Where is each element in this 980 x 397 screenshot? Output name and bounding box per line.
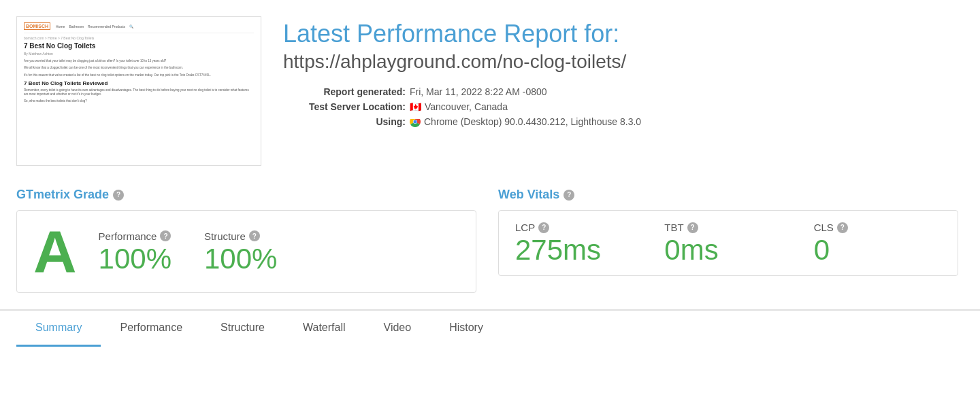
screenshot-para3: It's for this reason that we've created … (24, 73, 254, 77)
report-url: https://ahplayground.com/no-clog-toilets… (283, 51, 958, 73)
report-generated-row: Report generated: Fri, Mar 11, 2022 8:22… (283, 86, 958, 97)
structure-value: 100% (204, 245, 277, 273)
cls-label-text: CLS (814, 222, 834, 233)
page-container: BOMISCH Home Bathroom Recommended Produc… (0, 0, 980, 345)
performance-help-icon[interactable]: ? (160, 230, 171, 241)
screenshot-para5: So, who makes the best toilets that don'… (24, 99, 254, 103)
gtmetrix-help-icon[interactable]: ? (113, 190, 124, 201)
screenshot-para4: Remember, every toilet is going to have … (24, 88, 254, 97)
cls-help-icon[interactable]: ? (837, 222, 848, 233)
tabs-section: Summary Performance Structure Waterfall … (0, 309, 980, 345)
gtmetrix-grade-panel: GTmetrix Grade ? A Performance ? 100% (16, 188, 476, 293)
performance-value: 100% (99, 245, 172, 273)
tab-waterfall[interactable]: Waterfall (284, 311, 365, 347)
tab-performance[interactable]: Performance (101, 311, 201, 347)
tab-video[interactable]: Video (365, 311, 431, 347)
screenshot-para2: We all know that a clogged toilet can be… (24, 66, 254, 70)
generated-value: Fri, Mar 11, 2022 8:22 AM -0800 (410, 86, 547, 97)
tbt-label-text: TBT (664, 222, 683, 233)
report-meta: Report generated: Fri, Mar 11, 2022 8:22… (283, 86, 958, 127)
screenshot-nav-bathroom: Bathroom (69, 24, 84, 29)
server-value: 🇨🇦 Vancouver, Canada (410, 101, 508, 112)
server-location: Vancouver, Canada (425, 101, 508, 112)
tbt-metric: TBT ? 0ms (653, 222, 802, 264)
canada-flag-icon: 🇨🇦 (410, 101, 421, 112)
structure-label-text: Structure (204, 230, 246, 242)
screenshot-byline: By Matthew Ashton (24, 52, 254, 56)
structure-label: Structure ? (204, 230, 277, 242)
screenshot-preview: BOMISCH Home Bathroom Recommended Produc… (16, 16, 261, 166)
top-section: BOMISCH Home Bathroom Recommended Produc… (0, 0, 980, 182)
structure-help-icon[interactable]: ? (249, 230, 260, 241)
report-info: Latest Performance Report for: https://a… (283, 16, 958, 127)
report-server-row: Test Server Location: 🇨🇦 Vancouver, Cana… (283, 101, 958, 112)
tbt-help-icon[interactable]: ? (687, 222, 698, 233)
screenshot-nav-search: 🔍 (129, 24, 133, 29)
browser-info: Chrome (Desktop) 90.0.4430.212, Lighthou… (424, 116, 641, 127)
report-title: Latest Performance Report for: (283, 19, 958, 48)
cls-label: CLS ? (814, 222, 941, 233)
lcp-label-text: LCP (515, 222, 535, 233)
performance-label-text: Performance (99, 230, 157, 242)
lcp-label: LCP ? (515, 222, 642, 233)
structure-metric: Structure ? 100% (204, 230, 277, 273)
gtmetrix-panel-title: GTmetrix Grade ? (16, 188, 476, 202)
web-vitals-panel: Web Vitals ? LCP ? 275ms TBT ? 0ms (498, 188, 958, 293)
generated-label: Report generated: (283, 86, 406, 97)
screenshot-logo: BOMISCH (24, 22, 50, 30)
web-vitals-panel-title: Web Vitals ? (498, 188, 958, 202)
tab-history[interactable]: History (430, 311, 502, 347)
gtmetrix-title-text: GTmetrix Grade (16, 188, 109, 202)
tbt-label: TBT ? (664, 222, 791, 233)
cls-metric: CLS ? 0 (803, 222, 941, 264)
performance-metric: Performance ? 100% (99, 230, 172, 273)
tab-structure[interactable]: Structure (201, 311, 284, 347)
grade-letter: A (33, 222, 77, 281)
screenshot-h2: 7 Best No Clog Toilets Reviewed (24, 80, 254, 86)
grade-metrics: Performance ? 100% Structure ? 100% (99, 230, 278, 273)
screenshot-nav-products: Recommended Products (88, 24, 125, 29)
tab-summary[interactable]: Summary (16, 311, 101, 347)
tbt-value: 0ms (664, 236, 791, 264)
web-vitals-help-icon[interactable]: ? (564, 190, 574, 201)
lcp-help-icon[interactable]: ? (538, 222, 549, 233)
lcp-value: 275ms (515, 236, 642, 264)
report-using-row: Using: Chrome (Desktop) 90.0.4430 (283, 116, 958, 127)
cls-value: 0 (814, 236, 941, 264)
screenshot-nav-home: Home (56, 24, 65, 29)
screenshot-breadcrumb: bomisch.com > Home > 7 Best No Clog Toil… (24, 36, 254, 40)
grades-section: GTmetrix Grade ? A Performance ? 100% (0, 182, 980, 304)
svg-point-3 (414, 120, 417, 124)
performance-label: Performance ? (99, 230, 172, 242)
chrome-icon (410, 116, 421, 127)
screenshot-para1: Are you worried that your toilet may be … (24, 59, 254, 63)
using-label: Using: (283, 116, 406, 127)
vitals-box: LCP ? 275ms TBT ? 0ms CLS ? (498, 210, 958, 276)
web-vitals-title-text: Web Vitals (498, 188, 559, 202)
screenshot-h1: 7 Best No Clog Toilets (24, 42, 254, 50)
lcp-metric: LCP ? 275ms (515, 222, 653, 264)
gtmetrix-grade-box: A Performance ? 100% Structure ? (16, 210, 476, 293)
server-label: Test Server Location: (283, 101, 406, 112)
using-value: Chrome (Desktop) 90.0.4430.212, Lighthou… (410, 116, 641, 127)
